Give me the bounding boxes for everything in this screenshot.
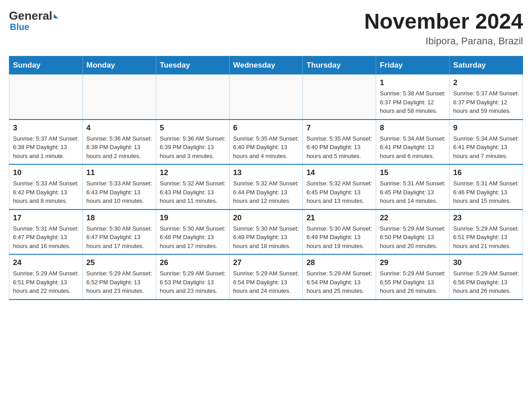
logo-line2: Blue [10,22,29,32]
day-number: 6 [233,124,299,133]
col-tuesday: Tuesday [156,56,229,75]
table-row: 9Sunrise: 5:34 AM Sunset: 6:41 PM Daylig… [450,120,523,165]
table-row: 4Sunrise: 5:36 AM Sunset: 6:38 PM Daylig… [82,120,156,165]
day-info: Sunrise: 5:32 AM Sunset: 6:43 PM Dayligh… [160,179,226,206]
table-row: 19Sunrise: 5:30 AM Sunset: 6:48 PM Dayli… [156,210,229,255]
day-info: Sunrise: 5:33 AM Sunset: 6:42 PM Dayligh… [13,179,79,206]
day-info: Sunrise: 5:36 AM Sunset: 6:39 PM Dayligh… [160,134,226,161]
day-number: 1 [380,78,446,87]
day-number: 28 [306,258,372,267]
day-info: Sunrise: 5:32 AM Sunset: 6:44 PM Dayligh… [233,179,299,206]
day-number: 16 [453,168,519,177]
col-wednesday: Wednesday [229,56,303,75]
table-row: 14Sunrise: 5:32 AM Sunset: 6:45 PM Dayli… [303,164,376,210]
day-info: Sunrise: 5:29 AM Sunset: 6:56 PM Dayligh… [453,269,519,295]
day-number: 21 [306,214,372,223]
day-number: 29 [380,258,446,267]
day-info: Sunrise: 5:30 AM Sunset: 6:49 PM Dayligh… [233,224,299,251]
table-row: 10Sunrise: 5:33 AM Sunset: 6:42 PM Dayli… [9,164,83,210]
table-row: 28Sunrise: 5:29 AM Sunset: 6:54 PM Dayli… [303,254,376,300]
location-subtitle: Ibipora, Parana, Brazil [364,35,523,47]
day-number: 22 [380,214,446,223]
table-row: 30Sunrise: 5:29 AM Sunset: 6:56 PM Dayli… [450,254,523,300]
table-row: 17Sunrise: 5:31 AM Sunset: 6:47 PM Dayli… [9,210,83,255]
table-row: 25Sunrise: 5:29 AM Sunset: 6:52 PM Dayli… [82,254,156,300]
header: General Blue November 2024 Ibipora, Para… [9,9,523,47]
col-sunday: Sunday [9,56,83,75]
day-number: 4 [86,124,152,133]
table-row: 6Sunrise: 5:35 AM Sunset: 6:40 PM Daylig… [229,120,303,165]
table-row: 11Sunrise: 5:33 AM Sunset: 6:43 PM Dayli… [82,164,156,210]
day-number: 25 [86,258,152,267]
day-number: 8 [380,124,446,133]
day-info: Sunrise: 5:29 AM Sunset: 6:55 PM Dayligh… [380,269,446,295]
logo-line1: General [9,9,58,23]
day-number: 27 [233,258,299,267]
table-row: 3Sunrise: 5:37 AM Sunset: 6:38 PM Daylig… [9,120,83,165]
table-row: 1Sunrise: 5:38 AM Sunset: 6:37 PM Daylig… [376,75,450,120]
table-row: 7Sunrise: 5:35 AM Sunset: 6:40 PM Daylig… [303,120,376,165]
table-row: 21Sunrise: 5:30 AM Sunset: 6:49 PM Dayli… [303,210,376,255]
logo: General Blue [9,9,58,32]
day-info: Sunrise: 5:33 AM Sunset: 6:43 PM Dayligh… [86,179,152,206]
day-number: 7 [306,124,372,133]
calendar-week-row: 10Sunrise: 5:33 AM Sunset: 6:42 PM Dayli… [9,164,523,210]
day-number: 2 [453,78,519,87]
day-info: Sunrise: 5:34 AM Sunset: 6:41 PM Dayligh… [453,134,519,161]
table-row [156,75,229,120]
page-title: November 2024 [364,9,523,34]
day-info: Sunrise: 5:34 AM Sunset: 6:41 PM Dayligh… [380,134,446,161]
table-row: 12Sunrise: 5:32 AM Sunset: 6:43 PM Dayli… [156,164,229,210]
day-info: Sunrise: 5:38 AM Sunset: 6:37 PM Dayligh… [380,89,446,116]
day-info: Sunrise: 5:30 AM Sunset: 6:47 PM Dayligh… [86,224,152,251]
day-info: Sunrise: 5:35 AM Sunset: 6:40 PM Dayligh… [233,134,299,161]
col-saturday: Saturday [450,56,523,75]
calendar-table: Sunday Monday Tuesday Wednesday Thursday… [9,56,523,300]
day-number: 23 [453,214,519,223]
calendar-week-row: 24Sunrise: 5:29 AM Sunset: 6:51 PM Dayli… [9,254,523,300]
calendar-week-row: 3Sunrise: 5:37 AM Sunset: 6:38 PM Daylig… [9,120,523,165]
day-number: 26 [160,258,226,267]
day-info: Sunrise: 5:31 AM Sunset: 6:45 PM Dayligh… [380,179,446,206]
day-number: 19 [160,214,226,223]
table-row: 23Sunrise: 5:29 AM Sunset: 6:51 PM Dayli… [450,210,523,255]
col-friday: Friday [376,56,450,75]
table-row: 20Sunrise: 5:30 AM Sunset: 6:49 PM Dayli… [229,210,303,255]
table-row: 29Sunrise: 5:29 AM Sunset: 6:55 PM Dayli… [376,254,450,300]
day-number: 15 [380,168,446,177]
day-info: Sunrise: 5:29 AM Sunset: 6:52 PM Dayligh… [86,269,152,295]
table-row: 15Sunrise: 5:31 AM Sunset: 6:45 PM Dayli… [376,164,450,210]
table-row [82,75,156,120]
table-row [229,75,303,120]
day-info: Sunrise: 5:37 AM Sunset: 6:38 PM Dayligh… [13,134,79,161]
day-number: 10 [13,168,79,177]
day-info: Sunrise: 5:31 AM Sunset: 6:46 PM Dayligh… [453,179,519,206]
table-row: 22Sunrise: 5:29 AM Sunset: 6:50 PM Dayli… [376,210,450,255]
day-info: Sunrise: 5:35 AM Sunset: 6:40 PM Dayligh… [306,134,372,161]
col-thursday: Thursday [303,56,376,75]
day-info: Sunrise: 5:36 AM Sunset: 6:38 PM Dayligh… [86,134,152,161]
day-info: Sunrise: 5:31 AM Sunset: 6:47 PM Dayligh… [13,224,79,251]
table-row: 18Sunrise: 5:30 AM Sunset: 6:47 PM Dayli… [82,210,156,255]
day-number: 13 [233,168,299,177]
day-info: Sunrise: 5:29 AM Sunset: 6:50 PM Dayligh… [380,224,446,251]
table-row: 5Sunrise: 5:36 AM Sunset: 6:39 PM Daylig… [156,120,229,165]
logo-blue-label: Blue [10,22,29,32]
day-number: 3 [13,124,79,133]
day-info: Sunrise: 5:30 AM Sunset: 6:48 PM Dayligh… [160,224,226,251]
day-number: 11 [86,168,152,177]
calendar-header-row: Sunday Monday Tuesday Wednesday Thursday… [9,56,523,75]
title-area: November 2024 Ibipora, Parana, Brazil [364,9,523,47]
table-row: 27Sunrise: 5:29 AM Sunset: 6:54 PM Dayli… [229,254,303,300]
table-row [9,75,83,120]
day-number: 17 [13,214,79,223]
table-row: 13Sunrise: 5:32 AM Sunset: 6:44 PM Dayli… [229,164,303,210]
calendar-week-row: 1Sunrise: 5:38 AM Sunset: 6:37 PM Daylig… [9,75,523,120]
day-info: Sunrise: 5:29 AM Sunset: 6:51 PM Dayligh… [13,269,79,295]
day-number: 5 [160,124,226,133]
day-number: 24 [13,258,79,267]
table-row: 24Sunrise: 5:29 AM Sunset: 6:51 PM Dayli… [9,254,83,300]
day-info: Sunrise: 5:37 AM Sunset: 6:37 PM Dayligh… [453,89,519,116]
day-number: 18 [86,214,152,223]
table-row: 2Sunrise: 5:37 AM Sunset: 6:37 PM Daylig… [450,75,523,120]
